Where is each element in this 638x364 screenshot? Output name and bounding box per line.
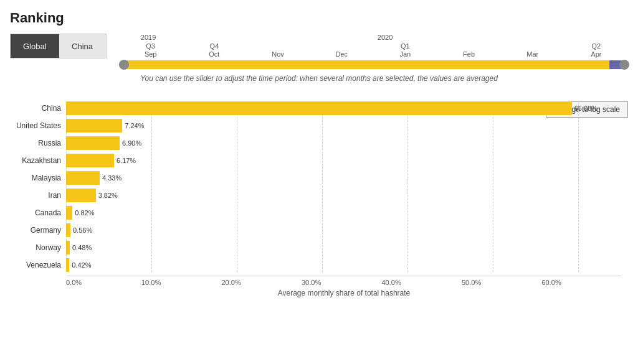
bar-fill-iran xyxy=(66,189,96,202)
x-axis-label: Average monthly share of total hashrate xyxy=(66,289,622,297)
bar-value-russia: 6.90% xyxy=(122,139,141,147)
bar-track-china: 65.08% xyxy=(66,101,622,115)
bar-label-norway: Norway xyxy=(10,243,66,252)
timeline-slider[interactable] xyxy=(119,60,628,69)
bar-track-russia: 6.90% xyxy=(66,136,622,150)
x-axis: 0.0% 10.0% 20.0% 30.0% 40.0% 50.0% 60.0% xyxy=(66,276,622,286)
table-row: Venezuela 0.42% xyxy=(10,258,622,272)
table-row: Canada 0.82% xyxy=(10,206,622,220)
bar-label-kazakhstan: Kazakhstan xyxy=(10,156,66,165)
table-row: United States 7.24% xyxy=(10,119,622,133)
chart-area: Change to log scale China 65.08% xyxy=(10,101,628,297)
bar-value-norway: 0.48% xyxy=(72,244,92,251)
bar-fill-canada xyxy=(66,206,72,220)
tl-year-2020: 2020 xyxy=(356,34,415,41)
bar-value-kazakhstan: 6.17% xyxy=(117,157,136,164)
bar-fill-china xyxy=(66,101,572,115)
tab-china[interactable]: China xyxy=(59,34,106,58)
table-row: Kazakhstan 6.17% xyxy=(10,154,622,167)
bar-value-venezuela: 0.42% xyxy=(72,261,91,269)
bar-label-us: United States xyxy=(10,121,66,130)
bar-value-us: 7.24% xyxy=(125,122,144,129)
bar-track-germany: 0.56% xyxy=(66,223,622,237)
bar-value-china: 65.08% xyxy=(574,105,598,112)
bar-fill-us xyxy=(66,119,122,133)
bar-label-iran: Iran xyxy=(10,191,66,200)
bar-value-iran: 3.82% xyxy=(98,192,118,199)
table-row: Germany 0.56% xyxy=(10,223,622,237)
table-row: China 65.08% xyxy=(10,101,622,115)
bar-label-germany: Germany xyxy=(10,226,66,235)
bar-value-malaysia: 4.33% xyxy=(102,174,121,182)
bar-fill-norway xyxy=(66,241,70,254)
bar-label-china: China xyxy=(10,104,66,113)
bar-track-iran: 3.82% xyxy=(66,189,622,202)
page-title: Ranking xyxy=(10,10,628,26)
bar-track-venezuela: 0.42% xyxy=(66,258,622,272)
slider-handle-right[interactable] xyxy=(619,60,629,70)
tl-year-2019: 2019 xyxy=(119,34,178,41)
bar-track-malaysia: 4.33% xyxy=(66,171,622,185)
bar-fill-germany xyxy=(66,223,70,237)
tab-global[interactable]: Global xyxy=(11,34,59,58)
bar-fill-venezuela xyxy=(66,258,69,272)
bars-section: China 65.08% United States 7.24% Russia … xyxy=(10,101,628,297)
table-row: Russia 6.90% xyxy=(10,136,622,150)
timeline-months: Sep Oct Nov Dec Jan Feb Mar Apr xyxy=(119,50,628,58)
bar-label-venezuela: Venezuela xyxy=(10,261,66,269)
bar-value-germany: 0.56% xyxy=(73,226,92,234)
bar-value-canada: 0.82% xyxy=(75,209,94,217)
table-row: Iran 3.82% xyxy=(10,189,622,202)
timeline: 2019 2020 Q3 Q4 Q1 Q2 Sep Oct Nov Dec Ja… xyxy=(119,34,628,69)
bar-track-us: 7.24% xyxy=(66,119,622,133)
bars-wrapper: China 65.08% United States 7.24% Russia … xyxy=(10,101,622,272)
slider-handle-left[interactable] xyxy=(119,60,129,70)
tab-group: Global China xyxy=(10,34,107,58)
bar-label-canada: Canada xyxy=(10,208,66,217)
timeline-header: 2019 2020 xyxy=(119,34,628,41)
table-row: Malaysia 4.33% xyxy=(10,171,622,185)
timeline-quarters: Q3 Q4 Q1 Q2 xyxy=(119,42,628,50)
timeline-hint: You can use the slider to adjust the tim… xyxy=(10,74,628,83)
table-row: Norway 0.48% xyxy=(10,241,622,254)
bar-track-kazakhstan: 6.17% xyxy=(66,154,622,167)
bar-fill-malaysia xyxy=(66,171,100,185)
bar-track-canada: 0.82% xyxy=(66,206,622,220)
bar-fill-kazakhstan xyxy=(66,154,114,167)
bar-label-malaysia: Malaysia xyxy=(10,174,66,182)
bar-track-norway: 0.48% xyxy=(66,241,622,254)
bar-label-russia: Russia xyxy=(10,139,66,147)
bar-fill-russia xyxy=(66,136,120,150)
